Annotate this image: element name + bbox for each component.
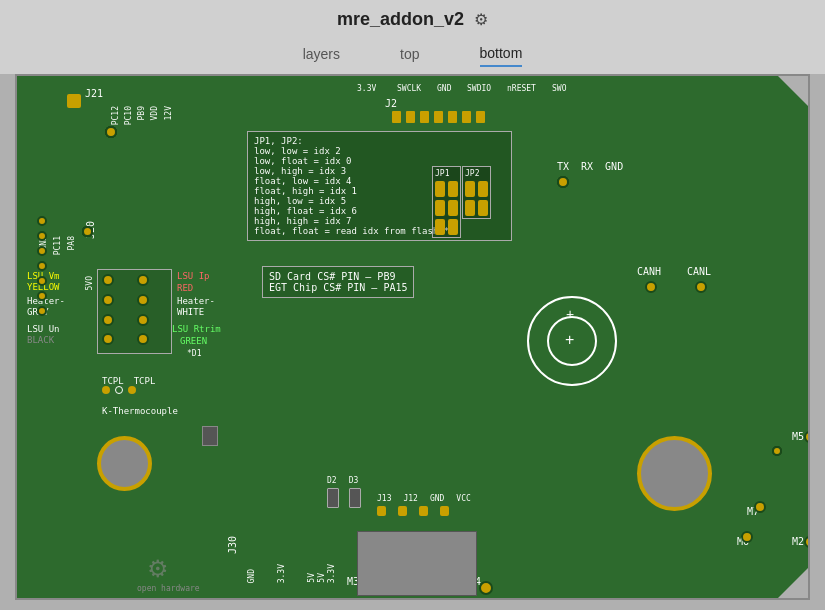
ic-component — [357, 531, 477, 596]
j21-pad — [67, 94, 81, 108]
label-canh: CANH — [637, 266, 661, 277]
misc-pad-2 — [37, 231, 47, 241]
label-5v2: 5V — [317, 573, 326, 583]
m6-pad — [741, 531, 753, 543]
label-pa8: PA8 — [67, 236, 76, 250]
label-j13: J13 — [377, 494, 391, 503]
label-3v3-2: 3.3V — [327, 564, 336, 583]
label-lsu-ip: LSU Ip — [177, 271, 210, 281]
mount-hole-1 — [97, 436, 152, 491]
label-d3: D3 — [349, 476, 359, 485]
label-pc11: PC11 — [53, 236, 62, 255]
label-d1: *D1 — [187, 349, 201, 358]
label-pc10: PC10 — [124, 106, 133, 125]
tab-top[interactable]: top — [400, 46, 419, 66]
label-tcpl2: TCPL — [134, 376, 156, 386]
open-hardware-icon: ⚙ — [147, 555, 169, 583]
label-nreset: nRESET — [507, 84, 536, 93]
canl-pad — [695, 281, 707, 293]
page-title: mre_addon_v2 — [337, 9, 464, 30]
pcb-view: 3.3V SWCLK GND SWDIO nRESET SWO J2 J21 1… — [15, 74, 810, 600]
jp2-connector: JP2 — [462, 166, 491, 219]
gear-icon[interactable]: ⚙ — [474, 10, 488, 29]
misc-pad-7 — [37, 306, 47, 316]
tab-bar: layers top bottom — [0, 38, 825, 74]
left-connector-box — [97, 269, 172, 354]
label-vcc: VCC — [456, 494, 470, 503]
misc-pad-5 — [37, 276, 47, 286]
label-tx: TX — [557, 161, 569, 172]
label-lsu-rtrim: LSU Rtrim — [172, 324, 221, 334]
mount-hole-2 — [637, 436, 712, 511]
label-canl: CANL — [687, 266, 711, 277]
label-gnd3: GND — [247, 569, 256, 583]
label-lsu-un: LSU UnBLACK — [27, 324, 60, 346]
label-pc12: PC12 — [111, 106, 120, 125]
m5-pad — [804, 431, 810, 443]
label-swclk: SWCLK — [397, 84, 421, 93]
label-svo: 5VO — [85, 276, 94, 290]
label-gnd4: GND — [430, 494, 444, 503]
label-red: RED — [177, 283, 193, 293]
label-12v: 12V — [164, 106, 173, 120]
label-j30: J30 — [227, 536, 238, 554]
pcb-board: 3.3V SWCLK GND SWDIO nRESET SWO J2 J21 1… — [17, 76, 808, 598]
label-gnd: GND — [605, 161, 623, 172]
label-heater-grey: Heater-GREY — [27, 296, 65, 318]
corner-cut-br — [778, 568, 808, 598]
label-m5: M5 — [792, 431, 804, 442]
corner-cut-tr — [778, 76, 808, 106]
tcpl-labels: TCPL TCPL — [102, 376, 155, 386]
header: mre_addon_v2 ⚙ — [0, 0, 825, 38]
j2-pads — [392, 111, 485, 123]
plus-outer: + — [566, 306, 574, 322]
tab-bottom[interactable]: bottom — [480, 45, 523, 67]
m7-pad — [754, 501, 766, 513]
misc-pad-1 — [37, 216, 47, 226]
label-sdcard: SD Card CS# PIN — PB9 — [269, 271, 407, 282]
m2-pad — [804, 536, 810, 548]
small-ic — [202, 426, 218, 446]
label-thermocouple: K-Thermocouple — [102, 406, 178, 416]
label-gnd2: GND — [437, 84, 451, 93]
label-j21: J21 — [85, 88, 103, 99]
label-heater-white: Heater-WHITE — [177, 296, 215, 318]
jp-title: JP1, JP2: — [254, 136, 505, 146]
d2-d3-labels: D2 D3 — [327, 476, 358, 485]
misc-pad-6 — [37, 291, 47, 301]
misc-pad-3 — [37, 246, 47, 256]
tcpl-pads — [102, 386, 136, 394]
tx-rx-gnd: TX RX GND — [557, 161, 623, 172]
label-d2: D2 — [327, 476, 337, 485]
label-vdd: VDD — [150, 106, 159, 120]
idx0-label: low, float = idx 0 — [254, 156, 505, 166]
j13-pads — [377, 506, 449, 516]
label-m2: M2 — [792, 536, 804, 547]
label-swo: SWO — [552, 84, 566, 93]
label-green: GREEN — [180, 336, 207, 346]
label-egt: EGT Chip CS# PIN — PA15 — [269, 282, 407, 293]
flash-label: float, float = read idx from flash * — [254, 226, 505, 236]
label-j2: J2 — [385, 98, 397, 109]
idx2-label: low, low = idx 2 — [254, 146, 505, 156]
canh-pad — [645, 281, 657, 293]
j13-labels: J13 J12 GND VCC — [377, 494, 471, 503]
label-rx: RX — [581, 161, 593, 172]
sdcard-egt-box: SD Card CS# PIN — PB9 EGT Chip CS# PIN —… — [262, 266, 414, 298]
label-swdio: SWDIO — [467, 84, 491, 93]
m4-pad — [479, 581, 493, 595]
plus-inner: + — [565, 331, 574, 349]
tab-layers[interactable]: layers — [303, 46, 340, 66]
label-pb9: PB9 — [137, 106, 146, 120]
label-j12: J12 — [403, 494, 417, 503]
jp1-connector: JP1 — [432, 166, 461, 238]
label-open-hw: open hardware — [137, 584, 200, 593]
label-3v3-bot: 3.3V — [277, 564, 286, 583]
label-tcpl1: TCPL — [102, 376, 124, 386]
misc-pad-4 — [37, 261, 47, 271]
label-3v3-top: 3.3V — [357, 84, 376, 93]
d2-d3-pads — [327, 488, 361, 508]
label-5v: 5V — [307, 573, 316, 583]
